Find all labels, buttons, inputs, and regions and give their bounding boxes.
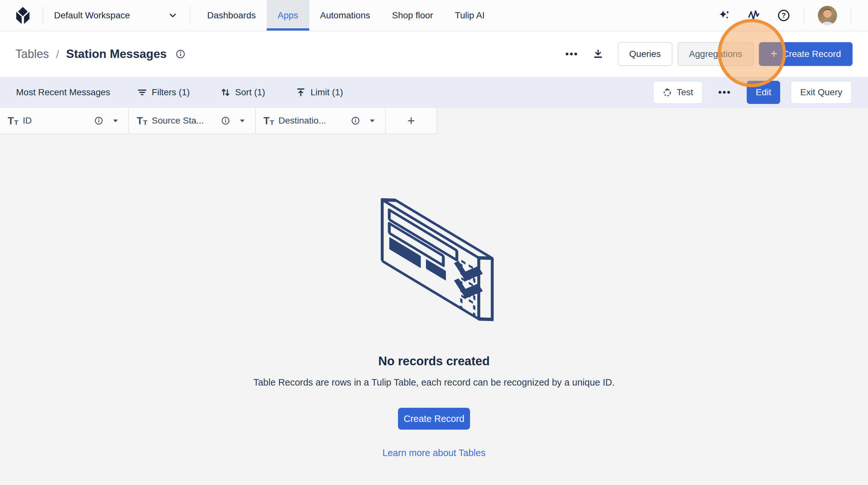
- chevron-down-icon: [168, 11, 177, 20]
- filters-chip[interactable]: Filters (1): [137, 87, 190, 97]
- nav-item-automations[interactable]: Automations: [309, 0, 381, 31]
- nav-item-tulip-ai[interactable]: Tulip AI: [444, 0, 495, 31]
- sort-chip[interactable]: Sort (1): [221, 87, 265, 97]
- limit-chip[interactable]: Limit (1): [296, 87, 343, 97]
- column-menu-caret-icon[interactable]: [112, 117, 119, 125]
- column-info-icon[interactable]: [221, 116, 230, 125]
- empty-table-illustration: [371, 186, 497, 339]
- more-horizontal-icon: •••: [565, 49, 579, 59]
- tulip-logo-icon[interactable]: [13, 5, 33, 25]
- nav-item-shop-floor[interactable]: Shop floor: [381, 0, 444, 31]
- column-info-icon[interactable]: [351, 116, 360, 125]
- breadcrumb-separator: /: [56, 48, 59, 61]
- exit-query-button[interactable]: Exit Query: [790, 81, 852, 104]
- add-column-button[interactable]: +: [386, 108, 437, 134]
- create-record-button-empty-state[interactable]: Create Record: [398, 408, 470, 430]
- query-more-menu-button[interactable]: •••: [718, 88, 732, 97]
- column-info-icon[interactable]: [94, 116, 103, 125]
- query-name: Most Recent Messages: [16, 87, 110, 97]
- empty-state: No records created Table Records are row…: [253, 186, 615, 485]
- create-record-button[interactable]: + Create Record: [759, 42, 852, 66]
- sort-label: Sort (1): [235, 87, 265, 97]
- filter-icon: [137, 88, 147, 97]
- column-header-source-station[interactable]: TT Source Sta...: [129, 108, 256, 134]
- column-label: ID: [23, 116, 32, 126]
- empty-state-description: Table Records are rows in a Tulip Table,…: [253, 377, 615, 388]
- column-menu-caret-icon[interactable]: [368, 117, 376, 125]
- divider: [850, 7, 851, 24]
- text-type-icon: TT: [137, 116, 147, 126]
- ai-sparkles-icon[interactable]: [719, 10, 730, 21]
- table-header-row: TT ID TT Source Sta...: [0, 108, 868, 134]
- column-label: Destinatio...: [279, 116, 326, 126]
- table-info-icon[interactable]: [176, 49, 185, 59]
- help-icon[interactable]: ?: [777, 9, 790, 22]
- column-label: Source Sta...: [152, 116, 204, 126]
- test-label: Test: [677, 87, 693, 97]
- nav-item-dashboards[interactable]: Dashboards: [196, 0, 267, 31]
- limit-icon: [296, 88, 306, 97]
- edit-query-button[interactable]: Edit: [747, 81, 780, 104]
- learn-more-tables-link[interactable]: Learn more about Tables: [382, 448, 486, 458]
- user-avatar[interactable]: [818, 6, 837, 25]
- download-icon[interactable]: [593, 49, 603, 60]
- divider: [190, 7, 190, 24]
- table-content-area: No records created Table Records are row…: [0, 134, 868, 485]
- limit-label: Limit (1): [310, 87, 343, 97]
- plus-icon: +: [407, 114, 415, 127]
- text-type-icon: TT: [8, 116, 18, 126]
- query-bar: Most Recent Messages Filters (1) Sort (1…: [0, 77, 868, 108]
- empty-state-heading: No records created: [378, 354, 490, 368]
- top-nav-right: ?: [719, 6, 868, 25]
- column-menu-caret-icon[interactable]: [238, 117, 246, 125]
- test-query-button[interactable]: Test: [653, 81, 703, 104]
- breadcrumb-tables-link[interactable]: Tables: [16, 47, 49, 61]
- sort-icon: [221, 88, 230, 97]
- more-horizontal-icon: •••: [718, 88, 732, 97]
- nav-item-apps[interactable]: Apps: [267, 0, 309, 31]
- column-header-id[interactable]: TT ID: [0, 108, 129, 134]
- queries-button[interactable]: Queries: [618, 42, 672, 66]
- main-nav: Dashboards Apps Automations Shop floor T…: [196, 0, 495, 31]
- workspace-label: Default Workspace: [54, 10, 160, 21]
- text-type-icon: TT: [264, 116, 274, 126]
- svg-text:?: ?: [781, 11, 786, 19]
- aggregations-button[interactable]: Aggregations: [678, 42, 754, 66]
- table-toolbar: Tables / Station Messages ••• Queri: [0, 31, 868, 77]
- page-title: Station Messages: [66, 47, 167, 61]
- table-more-menu-button[interactable]: •••: [565, 49, 579, 59]
- toolbar-actions: Queries Aggregations + Create Record: [618, 42, 852, 66]
- activity-pulse-icon[interactable]: [748, 9, 760, 22]
- breadcrumb: Tables / Station Messages: [16, 47, 185, 61]
- test-rerun-icon: [662, 88, 672, 97]
- column-header-destination-station[interactable]: TT Destinatio...: [256, 108, 386, 134]
- create-record-label: Create Record: [782, 49, 841, 59]
- plus-icon: +: [771, 48, 777, 60]
- tulip-tables-app: Default Workspace Dashboards Apps Automa…: [0, 0, 868, 485]
- divider: [804, 7, 804, 24]
- workspace-selector[interactable]: Default Workspace: [43, 0, 190, 31]
- top-nav: Default Workspace Dashboards Apps Automa…: [0, 0, 868, 31]
- filters-label: Filters (1): [152, 87, 190, 97]
